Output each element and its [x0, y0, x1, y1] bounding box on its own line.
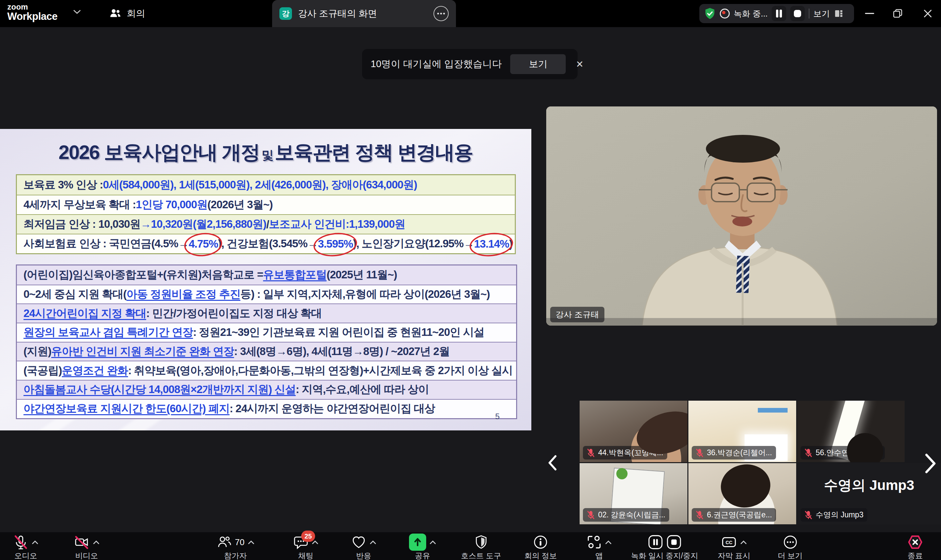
window-minimize-button[interactable] — [858, 0, 881, 27]
speaker-name-tag: 강사 조규태 — [550, 307, 604, 322]
chevron-up-icon[interactable] — [32, 540, 38, 545]
logo-line1: zoom — [7, 3, 57, 11]
toolbar-item-label: 녹화 일시 중지/중지 — [631, 551, 698, 560]
red-circle-annotation: 3.595% — [318, 238, 353, 250]
waiting-room-view-button[interactable]: 보기 — [510, 54, 566, 74]
slide-text-segment: 등) : 일부 지역,지자체,유형에 따라 상이(2026년 3월~) — [240, 287, 490, 302]
speaker-video-image — [546, 106, 937, 326]
mic-off-icon — [587, 511, 595, 519]
host-tools-button[interactable]: 호스트 도구 — [461, 534, 501, 560]
chat-button[interactable]: 25채팅 — [293, 534, 318, 560]
slide-text-segment: 0세(584,000원), 1세(515,000원), 2세(426,000원)… — [103, 177, 417, 192]
titlebar: zoom Workplace 회의 강 강사 조규태의 화면 녹화 중... 보… — [0, 0, 941, 27]
slide-text-segment: : 정원21~39인 기관보육료 지원 어린이집 중 현원11~20인 시설 — [193, 325, 484, 340]
slide-text-segment: (2025년 11월~) — [327, 268, 397, 282]
waiting-room-message: 10명이 대기실에 입장했습니다 — [371, 57, 501, 71]
meeting-info-button[interactable]: 회의 정보 — [524, 534, 557, 560]
apps-icon — [587, 535, 602, 550]
stop-record-icon — [666, 535, 681, 550]
slide-row: 야간연장보육료 지원시간 한도(60시간) 폐지 : 24시까지 운영하는 야간… — [17, 399, 516, 418]
view-button[interactable]: 보기 — [813, 8, 830, 19]
toolbar-item-label: 오디오 — [15, 551, 37, 560]
toolbar-item-label: 비디오 — [75, 551, 98, 560]
chevron-up-icon[interactable] — [605, 540, 612, 545]
slide-row: 사회보험료 인상 : 국민연금(4.5%→4.75%), 건강보험(3.545%… — [17, 234, 515, 253]
thumbnails-next-icon[interactable] — [922, 452, 939, 475]
slide-table-rates: 보육료 3% 인상 : 0세(584,000원), 1세(515,000원), … — [16, 174, 516, 254]
share-screen-icon — [409, 534, 426, 551]
audio-button[interactable]: 오디오 — [13, 534, 38, 560]
participant-tile[interactable]: 44.박현옥(꼬망쎄... — [580, 401, 687, 462]
share-button[interactable]: 공유 — [409, 534, 436, 560]
participant-name-tag: 02. 강윤숙(시립금... — [583, 508, 669, 522]
slide-text-segment: ), 건강보험(3.545%→ — [218, 236, 318, 251]
toolbar-item-label: 참가자 — [224, 551, 247, 560]
toolbar-item-label: 공유 — [415, 551, 430, 560]
slide-text-segment: 유아반 인건비 지원 최소기준 완화 연장 — [51, 344, 234, 359]
participant-tile[interactable]: 수영의 Jump3수영의 Jump3 — [797, 463, 941, 524]
video-off-icon — [74, 535, 89, 550]
recording-pill: 녹화 중... 보기 — [699, 4, 854, 23]
window-restore-button[interactable] — [886, 0, 910, 27]
tab-meetings-label: 회의 — [127, 7, 145, 20]
participant-tile[interactable]: 36.박경순(리첼어... — [688, 401, 796, 462]
shared-screen-slide: 2026 보육사업안내 개정및보육관련 정책 변경내용 보육료 3% 인상 : … — [0, 129, 531, 431]
pill-divider — [809, 9, 809, 18]
speaker-video-tile[interactable]: 강사 조규태 — [546, 106, 937, 326]
people-icon — [109, 7, 121, 20]
chevron-up-icon[interactable] — [429, 540, 436, 545]
video-button[interactable]: 비디오 — [74, 534, 100, 560]
more-button[interactable]: 더 보기 — [778, 534, 803, 560]
tab-meetings[interactable]: 회의 — [106, 0, 148, 27]
chevron-up-icon[interactable] — [93, 540, 100, 545]
toolbar-item-label: 자막 표시 — [718, 551, 750, 560]
reactions-button[interactable]: 반응 — [351, 534, 376, 560]
thumbnails-prev-icon[interactable] — [545, 454, 560, 472]
slide-text-segment: : 지역,수요,예산에 따라 상이 — [295, 382, 429, 397]
recording-controls-button[interactable]: 녹화 일시 중지/중지 — [631, 534, 698, 560]
banner-close-icon[interactable]: ✕ — [576, 59, 583, 70]
screen-share-badge: 강 — [279, 7, 292, 20]
participants-button[interactable]: 70참가자 — [217, 534, 255, 560]
participant-name: 44.박현옥(꼬망쎄... — [598, 448, 663, 458]
view-layout-icon[interactable] — [834, 9, 844, 18]
recording-status: 녹화 중... — [734, 8, 768, 19]
slide-text-segment: (어린이집)임신육아종합포털+(유치원)처음학교로 = — [23, 268, 263, 282]
participant-tile[interactable]: 56.안수연(큰사랑... — [797, 401, 905, 462]
slide-text-segment: (지원) — [23, 344, 51, 359]
toolbar-item-label: 앱 — [595, 551, 603, 560]
participant-name: 36.박경순(리첼어... — [707, 448, 772, 458]
svg-text:CC: CC — [726, 540, 733, 545]
security-shield-icon[interactable] — [704, 7, 716, 20]
chevron-up-icon[interactable] — [248, 540, 254, 545]
slide-text-segment: 아동 정원비율 조정 추진 — [126, 287, 240, 302]
participant-name-tag: 56.안수연(큰사랑... — [801, 446, 885, 460]
toolbar-item-label: 호스트 도구 — [461, 551, 501, 560]
slide-text-segment: ) — [509, 238, 512, 250]
apps-button[interactable]: 앱 — [587, 534, 612, 560]
mic-off-icon — [587, 449, 595, 457]
pause-record-icon — [648, 535, 663, 550]
slide-text-segment: 최저임금 인상 : 10,030원 — [23, 217, 140, 232]
end-call-icon — [907, 535, 924, 550]
slide-row: 원장의 보육교사 겸임 특례기간 연장 : 정원21~39인 기관보육료 지원 … — [17, 323, 516, 342]
participant-tile[interactable]: 6.권근영(국공립e... — [688, 463, 796, 524]
end-button[interactable]: 종료 — [907, 534, 924, 560]
slide-text-segment: 운영조건 완화 — [62, 363, 128, 378]
stop-recording-button[interactable] — [790, 6, 805, 21]
slide-text-segment: 0~2세 중심 지원 확대( — [23, 287, 126, 302]
window-close-button[interactable] — [916, 0, 939, 27]
captions-button[interactable]: CC자막 표시 — [718, 534, 750, 560]
chevron-up-icon[interactable] — [740, 540, 747, 545]
chat-icon: 25 — [293, 535, 309, 550]
toolbar-item-label: 채팅 — [298, 551, 314, 560]
workspace-dropdown-icon[interactable] — [73, 9, 81, 16]
participant-tile[interactable]: 02. 강윤숙(시립금... — [580, 463, 687, 524]
tab-options-icon[interactable] — [434, 6, 449, 21]
tab-screen-share[interactable]: 강 강사 조규태의 화면 — [272, 0, 456, 27]
slide-title: 2026 보육사업안내 개정및보육관련 정책 변경내용 — [0, 140, 531, 166]
pause-recording-button[interactable] — [772, 6, 786, 21]
slide-text-segment: 4세까지 무상보육 확대 : — [23, 197, 136, 212]
chevron-up-icon[interactable] — [370, 540, 376, 545]
slide-text-segment: 보조교사 인건비:1,139,000원 — [269, 217, 405, 232]
